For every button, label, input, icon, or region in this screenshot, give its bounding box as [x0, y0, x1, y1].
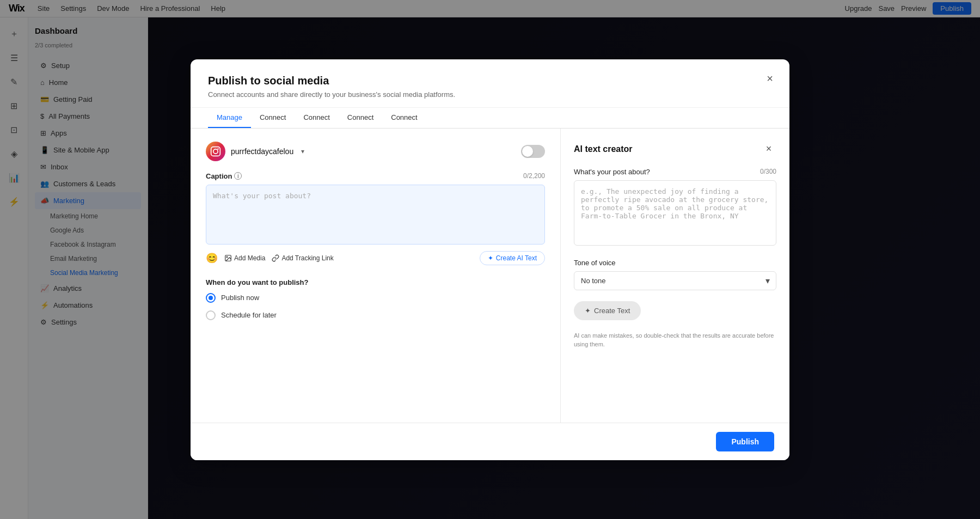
account-name: purrfectdaycafelou [231, 147, 293, 156]
svg-point-1 [213, 149, 218, 153]
add-media-button[interactable]: Add Media [224, 254, 265, 262]
caption-char-count: 0/2,200 [523, 172, 545, 180]
modal-header: Publish to social media Connect accounts… [191, 59, 789, 108]
publish-now-radio[interactable] [206, 293, 216, 303]
tone-select[interactable]: No tone Professional Casual Humorous Ins… [574, 271, 776, 290]
add-tracking-button[interactable]: Add Tracking Link [272, 254, 333, 262]
caption-label: Caption i [206, 172, 242, 180]
ai-close-button[interactable]: × [761, 142, 776, 157]
schedule-later-option[interactable]: Schedule for later [206, 310, 545, 320]
platform-tab-connect-3[interactable]: Connect [339, 108, 382, 128]
modal-close-button[interactable]: × [761, 70, 779, 88]
emoji-button[interactable]: 😊 [206, 252, 218, 264]
tone-label: Tone of voice [574, 259, 776, 267]
modal-overlay: Publish to social media Connect accounts… [0, 0, 980, 519]
publish-modal: Publish to social media Connect accounts… [191, 59, 789, 460]
modal-title: Publish to social media [208, 75, 772, 87]
publish-question: When do you want to publish? [206, 278, 545, 286]
publish-section: When do you want to publish? Publish now… [206, 278, 545, 320]
account-toggle[interactable] [521, 145, 545, 158]
account-avatar [206, 142, 225, 161]
ai-question-label: What's your post about? [574, 168, 650, 176]
svg-rect-0 [211, 146, 220, 156]
platform-tab-connect-2[interactable]: Connect [295, 108, 338, 128]
modal-footer: Publish [191, 423, 789, 460]
platform-tabs: Manage Connect Connect Connect Connect [191, 108, 789, 129]
schedule-later-radio[interactable] [206, 310, 216, 320]
platform-tab-connect-4[interactable]: Connect [382, 108, 426, 128]
create-text-button[interactable]: ✦ Create Text [574, 301, 641, 320]
svg-point-2 [217, 148, 219, 150]
link-icon [272, 254, 279, 262]
modal-subtitle: Connect accounts and share directly to y… [208, 90, 772, 99]
caption-input[interactable] [206, 185, 545, 245]
toggle-knob [522, 146, 533, 157]
instagram-icon [210, 146, 221, 157]
svg-point-4 [226, 257, 228, 258]
ai-panel: AI text creator × What's your post about… [561, 129, 789, 423]
ai-question-row: What's your post about? 0/300 [574, 168, 776, 176]
ai-star-icon: ✦ [488, 254, 493, 262]
image-icon [224, 254, 232, 262]
publish-now-label: Publish now [221, 294, 259, 302]
tone-select-wrapper: No tone Professional Casual Humorous Ins… [574, 271, 776, 290]
ai-disclaimer: AI can make mistakes, so double-check th… [574, 331, 776, 349]
tone-section: Tone of voice No tone Professional Casua… [574, 259, 776, 290]
schedule-later-label: Schedule for later [221, 311, 277, 319]
publish-button[interactable]: Publish [716, 432, 774, 451]
create-text-star-icon: ✦ [585, 307, 591, 315]
caption-info-icon[interactable]: i [234, 172, 242, 180]
modal-body: purrfectdaycafelou ▾ Caption i 0/2,200 [191, 129, 789, 423]
ai-post-about-input[interactable] [574, 180, 776, 246]
ai-char-count: 0/300 [760, 168, 776, 175]
account-chevron-icon[interactable]: ▾ [301, 148, 304, 155]
ai-panel-title: AI text creator [574, 144, 633, 154]
modal-left-panel: purrfectdaycafelou ▾ Caption i 0/2,200 [191, 129, 561, 423]
account-info: purrfectdaycafelou ▾ [206, 142, 304, 161]
platform-tab-manage[interactable]: Manage [208, 108, 251, 128]
ai-panel-header: AI text creator × [574, 142, 776, 157]
publish-now-option[interactable]: Publish now [206, 293, 545, 303]
caption-toolbar: 😊 Add Media Add Tracking Link ✦ Create A… [206, 251, 545, 265]
account-row: purrfectdaycafelou ▾ [206, 142, 545, 161]
platform-tab-connect-1[interactable]: Connect [251, 108, 295, 128]
create-ai-text-button[interactable]: ✦ Create AI Text [480, 251, 545, 265]
